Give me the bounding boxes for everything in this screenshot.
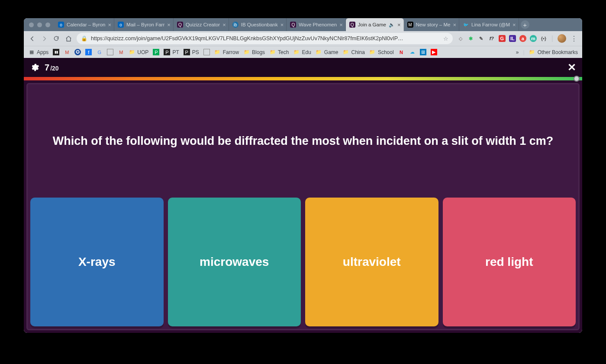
minimize-window-icon[interactable] (37, 22, 42, 27)
bookmark-gmail2[interactable]: M (118, 49, 124, 55)
close-icon[interactable]: × (513, 22, 516, 28)
tab-quizizz-creator[interactable]: Q Quizizz Creator × (174, 18, 229, 31)
bookmark-netflix[interactable]: N (398, 49, 405, 55)
answer-option-4[interactable]: red light (443, 198, 576, 326)
extension-icon[interactable]: ◇ (457, 35, 464, 42)
answer-option-1[interactable]: X-rays (30, 198, 164, 326)
bookmark-folder-tech[interactable]: 📁Tech (269, 49, 289, 55)
other-bookmarks[interactable]: 📁Other Bookmarks (529, 49, 578, 55)
browser-window: o Calendar – Byron × o Mail – Byron Farr… (24, 18, 582, 333)
close-icon[interactable]: × (397, 22, 401, 28)
close-icon[interactable]: × (280, 22, 284, 28)
bookmark-folder-edu[interactable]: 📁Edu (293, 49, 311, 55)
bookmark-facebook[interactable]: f (85, 49, 92, 55)
close-quiz-button[interactable]: ✕ (567, 62, 576, 73)
bookmark-folder-school[interactable]: 📁School (369, 49, 394, 55)
settings-button[interactable] (30, 63, 39, 72)
extension-icon[interactable]: f? (488, 35, 495, 42)
bookmark-item[interactable]: P (153, 49, 159, 55)
address-bar[interactable]: 🔒 https://quizizz.com/join/game/U2FsdGVk… (77, 33, 453, 44)
bookmarks-overflow[interactable]: » (516, 49, 519, 55)
folder-icon: 📁 (343, 49, 349, 55)
youtube-icon: ▶ (431, 49, 437, 55)
extension-icon[interactable]: {•} (540, 35, 547, 42)
maximize-window-icon[interactable] (45, 22, 50, 27)
ib-icon: ib (232, 22, 239, 28)
bookmark-pt[interactable]: PPT (164, 49, 179, 55)
tab-ib-questionbank[interactable]: ib IB Questionbank × (229, 18, 287, 31)
close-icon[interactable]: × (453, 22, 456, 28)
bookmark-google[interactable]: G (96, 49, 103, 55)
folder-icon: 📁 (243, 49, 250, 55)
lock-icon: 🔒 (81, 35, 87, 42)
doc-icon (107, 49, 113, 55)
new-tab-button[interactable]: + (519, 18, 531, 31)
profile-avatar[interactable] (558, 34, 566, 43)
url-text: https://quizizz.com/join/game/U2FsdGVkX1… (91, 35, 440, 42)
answer-option-3[interactable]: ultraviolet (305, 198, 438, 326)
bookmark-apps[interactable]: ▦Apps (28, 49, 48, 55)
bookmark-item[interactable] (107, 49, 113, 55)
extension-icon[interactable]: IL (509, 35, 516, 42)
close-icon[interactable]: × (222, 22, 226, 28)
bookmark-folder-uop[interactable]: 📁UOP (129, 49, 148, 55)
tab-title: Calendar – Byron (67, 22, 106, 27)
bookmark-youtube[interactable]: ▶ (431, 49, 437, 55)
close-window-icon[interactable] (29, 22, 34, 27)
tab-join-game[interactable]: Q Join a Game 🔈 × (346, 18, 404, 31)
window-controls[interactable] (26, 18, 55, 31)
icon: P (164, 49, 170, 55)
answer-option-2[interactable]: microwaves (168, 198, 301, 326)
bookmark-ps[interactable]: PPS (184, 49, 199, 55)
folder-icon: 📁 (369, 49, 376, 55)
bookmark-item[interactable]: ▮▮ (53, 49, 59, 55)
bookmark-folder-game[interactable]: 📁Game (316, 49, 338, 55)
tab-twitter[interactable]: 🐦 Lina Farrow (@M × (459, 18, 519, 31)
bookmark-item[interactable]: ✪ (74, 49, 81, 55)
extension-icon[interactable]: G (499, 35, 506, 42)
close-icon[interactable]: × (108, 22, 112, 28)
timer-knob (574, 76, 580, 82)
extension-icon[interactable]: a (519, 35, 526, 42)
close-icon[interactable]: × (339, 22, 343, 28)
folder-icon: 📁 (293, 49, 300, 55)
tab-wave-phenomena[interactable]: Q Wave Phenomen × (287, 18, 345, 31)
gmail-icon: M (118, 49, 124, 55)
timer-bar (24, 77, 582, 80)
toolbar: 🔒 https://quizizz.com/join/game/U2FsdGVk… (24, 31, 582, 46)
extension-icon[interactable]: ✎ (478, 35, 485, 42)
tab-mail[interactable]: o Mail – Byron Farr × (114, 18, 174, 31)
reload-button[interactable] (52, 35, 60, 42)
google-icon: G (96, 49, 103, 55)
extension-icon[interactable]: m (530, 35, 537, 42)
trello-icon: ⊞ (420, 49, 426, 55)
close-icon[interactable]: × (167, 22, 171, 28)
quiz-top-bar: 7/20 ✕ (24, 58, 582, 77)
outlook-icon: o (58, 22, 64, 28)
tab-medium[interactable]: M New story – Me × (404, 18, 459, 31)
back-button[interactable] (28, 35, 36, 42)
forward-button[interactable] (40, 35, 48, 42)
folder-icon: 📁 (316, 49, 322, 55)
menu-button[interactable]: ⋮ (571, 35, 578, 43)
audio-icon: 🔈 (389, 22, 395, 28)
bookmark-trello[interactable]: ⊞ (420, 49, 426, 55)
star-icon[interactable]: ☆ (443, 35, 448, 42)
bookmark-folder-farrow[interactable]: 📁Farrow (214, 49, 239, 55)
bookmarks-bar: ▦Apps ▮▮ M ✪ f G M 📁UOP P PPT PPS 📁Farro… (24, 46, 582, 58)
bookmark-item[interactable] (203, 49, 210, 55)
bookmark-item[interactable]: ☁ (409, 49, 416, 55)
home-button[interactable] (64, 35, 72, 42)
evernote-icon[interactable]: ✱ (467, 35, 474, 42)
bookmark-folder-china[interactable]: 📁China (343, 49, 365, 55)
bookmark-folder-blogs[interactable]: 📁Blogs (243, 49, 265, 55)
icon: P (184, 49, 190, 55)
quizizz-icon: Q (290, 22, 296, 28)
tab-title: New story – Me (416, 22, 451, 27)
tab-calendar[interactable]: o Calendar – Byron × (55, 18, 114, 31)
tab-title: IB Questionbank (241, 22, 278, 27)
tab-strip: o Calendar – Byron × o Mail – Byron Farr… (24, 18, 582, 31)
bookmark-gmail[interactable]: M (64, 49, 70, 55)
icon: ✪ (74, 49, 81, 55)
tab-title: Mail – Byron Farr (126, 22, 164, 27)
